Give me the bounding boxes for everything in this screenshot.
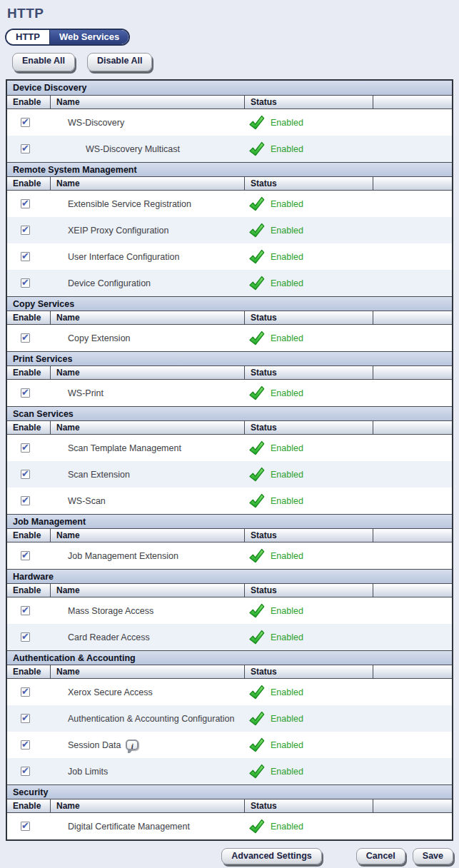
column-header-extra xyxy=(373,584,452,597)
enable-checkbox[interactable] xyxy=(21,226,30,235)
table-row: Copy Extension Enabled xyxy=(7,325,452,351)
tab-web-services[interactable]: Web Services xyxy=(49,30,128,44)
tab-http[interactable]: HTTP xyxy=(6,30,49,44)
enable-checkbox[interactable] xyxy=(21,606,30,615)
status-label: Enabled xyxy=(271,118,303,128)
enable-checkbox[interactable] xyxy=(21,333,30,343)
table-row: Mass Storage Access Enabled xyxy=(7,597,452,624)
column-header-status: Status xyxy=(245,665,373,679)
enable-checkbox[interactable] xyxy=(21,632,30,642)
green-check-icon xyxy=(248,196,265,211)
status-cell: Enabled xyxy=(245,467,373,482)
column-header-row: Enable Name Status xyxy=(7,529,452,542)
column-header-extra xyxy=(373,366,452,380)
tab-bar: HTTP Web Services xyxy=(5,29,459,46)
save-button[interactable]: Save xyxy=(413,848,453,864)
column-header-status: Status xyxy=(245,799,373,813)
service-name: Card Reader Access xyxy=(68,632,150,642)
disable-all-button[interactable]: Disable All xyxy=(87,53,152,71)
enable-checkbox[interactable] xyxy=(21,551,30,560)
column-header-name: Name xyxy=(51,366,245,380)
enable-checkbox[interactable] xyxy=(21,252,30,261)
section-header: Hardware xyxy=(7,569,452,584)
status-label: Enabled xyxy=(271,388,303,398)
service-name: WS-Scan xyxy=(68,496,106,506)
enable-checkbox[interactable] xyxy=(21,144,30,153)
enable-checkbox[interactable] xyxy=(21,687,30,697)
status-label: Enabled xyxy=(271,144,303,154)
column-header-name: Name xyxy=(51,584,245,597)
name-cell: Scan Template Management xyxy=(51,443,245,453)
enable-checkbox[interactable] xyxy=(21,767,30,776)
section-header: Device Discovery xyxy=(7,81,452,96)
enable-checkbox[interactable] xyxy=(21,822,30,831)
section-title: Print Services xyxy=(13,354,72,364)
table-section: Remote System Management Enable Name Sta… xyxy=(7,162,452,296)
enable-cell xyxy=(7,632,51,642)
enable-cell xyxy=(7,118,51,127)
enable-checkbox[interactable] xyxy=(21,118,30,127)
column-header-row: Enable Name Status xyxy=(7,584,452,597)
table-row: Authentication & Accounting Configuratio… xyxy=(7,705,452,732)
status-label: Enabled xyxy=(271,333,303,343)
status-label: Enabled xyxy=(271,714,303,724)
name-cell: Copy Extension xyxy=(51,333,245,343)
enable-checkbox[interactable] xyxy=(21,496,30,505)
enable-checkbox[interactable] xyxy=(21,388,30,398)
service-name: User Interface Configuration xyxy=(68,252,179,262)
section-title: Authentication & Accounting xyxy=(13,653,136,663)
enable-cell xyxy=(7,252,51,261)
table-section: Device Discovery Enable Name Status WS-D… xyxy=(7,81,452,162)
name-cell: WS-Scan xyxy=(51,496,245,506)
enable-checkbox[interactable] xyxy=(21,443,30,453)
name-cell: WS-Print xyxy=(51,388,245,398)
enable-cell xyxy=(7,199,51,208)
section-title: Job Management xyxy=(13,517,86,527)
info-bubble-icon[interactable] xyxy=(126,740,138,750)
column-header-row: Enable Name Status xyxy=(7,799,452,813)
table-section: Print Services Enable Name Status WS-Pri… xyxy=(7,351,452,406)
table-row: WS-Discovery Multicast Enabled xyxy=(7,136,452,162)
green-check-icon xyxy=(248,276,265,291)
status-cell: Enabled xyxy=(245,493,373,508)
status-cell: Enabled xyxy=(245,385,373,400)
service-name: Copy Extension xyxy=(68,333,131,343)
status-label: Enabled xyxy=(271,606,303,616)
section-header: Scan Services xyxy=(7,406,452,421)
enable-checkbox[interactable] xyxy=(21,714,30,723)
enable-checkbox[interactable] xyxy=(21,278,30,288)
enable-cell xyxy=(7,388,51,398)
service-name: Job Management Extension xyxy=(68,551,178,561)
section-header: Remote System Management xyxy=(7,162,452,177)
column-header-extra xyxy=(373,96,452,109)
column-header-name: Name xyxy=(51,529,245,542)
service-name: Scan Extension xyxy=(68,470,130,480)
status-cell: Enabled xyxy=(245,141,373,156)
green-check-icon xyxy=(248,764,265,779)
section-header: Authentication & Accounting xyxy=(7,650,452,665)
enable-cell xyxy=(7,226,51,235)
table-row: Card Reader Access Enabled xyxy=(7,624,452,650)
cancel-button[interactable]: Cancel xyxy=(356,848,405,864)
service-name: Session Data xyxy=(68,740,121,750)
status-cell: Enabled xyxy=(245,603,373,618)
advanced-settings-button[interactable]: Advanced Settings xyxy=(221,848,322,864)
table-section: Scan Services Enable Name Status Scan Te… xyxy=(7,406,452,514)
service-name: Digital Certificate Management xyxy=(68,822,190,832)
green-check-icon xyxy=(248,603,265,618)
enable-checkbox[interactable] xyxy=(21,199,30,208)
status-label: Enabled xyxy=(271,767,303,777)
enable-all-button[interactable]: Enable All xyxy=(12,53,75,71)
table-row: User Interface Configuration Enabled xyxy=(7,243,452,270)
enable-checkbox[interactable] xyxy=(21,740,30,750)
name-cell: Mass Storage Access xyxy=(51,606,245,616)
column-header-enable: Enable xyxy=(7,665,51,679)
name-cell: Device Configuration xyxy=(51,278,245,288)
enable-checkbox[interactable] xyxy=(21,470,30,479)
column-header-row: Enable Name Status xyxy=(7,96,452,109)
column-header-status: Status xyxy=(245,529,373,542)
services-table: Device Discovery Enable Name Status WS-D… xyxy=(6,79,453,841)
enable-cell xyxy=(7,767,51,776)
name-cell: User Interface Configuration xyxy=(51,252,245,262)
service-name: Xerox Secure Access xyxy=(68,687,153,697)
